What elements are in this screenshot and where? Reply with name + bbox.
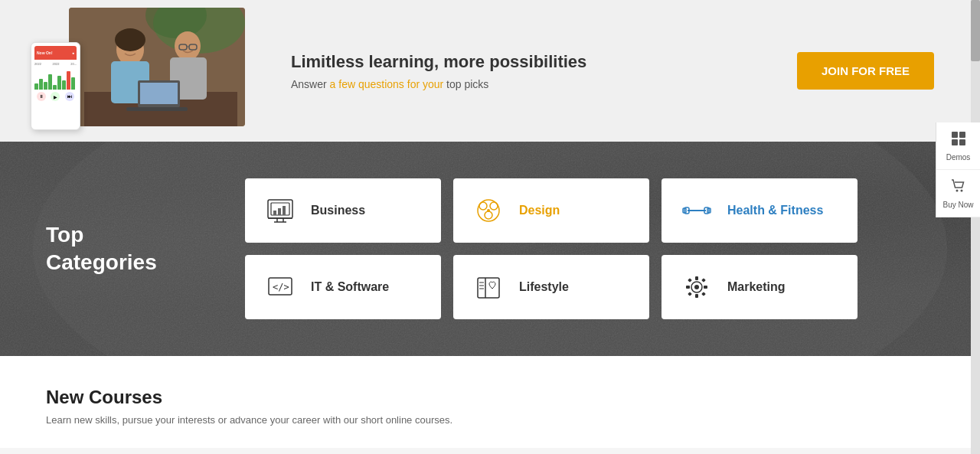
phone-mockup: Now On! ● 2022 2022 20... ⏸ ▶	[31, 42, 80, 130]
health-icon	[678, 192, 715, 229]
subtitle-highlight: a few questions for your	[330, 78, 444, 90]
design-label: Design	[519, 204, 560, 217]
business-icon	[262, 192, 299, 229]
lifestyle-label: Lifestyle	[519, 280, 569, 294]
svg-point-45	[694, 285, 699, 289]
category-card-marketing[interactable]: Marketing	[662, 255, 858, 319]
svg-rect-16	[126, 107, 188, 111]
marketing-icon	[678, 269, 715, 305]
svg-rect-57	[959, 139, 965, 145]
business-label: Business	[311, 204, 365, 217]
category-card-it[interactable]: </> IT & Software	[245, 255, 441, 319]
design-icon	[470, 192, 507, 229]
svg-point-58	[956, 190, 958, 192]
svg-rect-26	[283, 206, 286, 215]
buy-now-button[interactable]: Buy Now	[936, 170, 980, 217]
svg-point-29	[490, 202, 498, 210]
lifestyle-icon	[470, 269, 507, 305]
new-courses-desc: Learn new skills, pursue your interests …	[46, 414, 934, 426]
svg-rect-53	[701, 292, 706, 296]
svg-rect-54	[952, 132, 958, 138]
health-label: Health & Fitness	[727, 204, 823, 217]
svg-point-8	[115, 28, 145, 51]
svg-rect-50	[688, 278, 692, 283]
it-label: IT & Software	[311, 280, 389, 294]
banner-subtitle: Answer a few questions for your top pick…	[291, 78, 797, 90]
svg-rect-46	[695, 276, 698, 280]
category-card-design[interactable]: Design	[453, 178, 649, 243]
scrollbar-thumb[interactable]	[971, 0, 980, 61]
svg-rect-51	[701, 278, 706, 283]
svg-point-59	[960, 190, 962, 192]
svg-rect-49	[704, 286, 707, 289]
categories-grid: Business Design	[245, 178, 858, 319]
svg-rect-52	[688, 292, 692, 296]
svg-rect-24	[273, 211, 276, 215]
svg-rect-15	[140, 83, 178, 104]
svg-text:</>: </>	[273, 282, 289, 292]
buy-now-label: Buy Now	[942, 201, 973, 209]
banner-photo	[69, 8, 245, 126]
it-icon: </>	[262, 269, 299, 305]
top-banner: Now On! ● 2022 2022 20... ⏸ ▶	[0, 0, 980, 142]
bottom-section: New Courses Learn new skills, pursue you…	[0, 356, 980, 448]
demos-icon	[950, 130, 967, 151]
banner-text: Limitless learning, more possibilities A…	[245, 52, 797, 90]
scrollbar[interactable]	[971, 0, 980, 448]
category-card-business[interactable]: Business	[245, 178, 441, 243]
svg-rect-39	[478, 278, 499, 298]
right-sidebar: Demos Buy Now	[936, 122, 980, 217]
svg-rect-55	[959, 132, 965, 138]
banner-image-container: Now On! ● 2022 2022 20... ⏸ ▶	[31, 8, 245, 134]
category-card-health[interactable]: Health & Fitness	[662, 178, 858, 243]
svg-point-30	[485, 211, 492, 219]
demos-label: Demos	[946, 153, 971, 162]
svg-rect-48	[686, 286, 690, 289]
cart-icon	[950, 178, 967, 198]
categories-section: TopCategories Business	[0, 142, 980, 356]
join-free-button[interactable]: JOIN FOR FREE	[797, 52, 934, 90]
marketing-label: Marketing	[727, 280, 786, 294]
banner-title: Limitless learning, more possibilities	[291, 52, 797, 72]
svg-point-31	[487, 209, 490, 212]
demos-button[interactable]: Demos	[936, 122, 980, 170]
svg-point-28	[479, 202, 487, 210]
svg-rect-25	[278, 208, 281, 215]
category-card-lifestyle[interactable]: Lifestyle	[453, 255, 649, 319]
svg-rect-47	[695, 294, 698, 298]
section-title: TopCategories	[46, 221, 199, 277]
svg-rect-56	[952, 139, 958, 145]
new-courses-heading: New Courses	[46, 387, 934, 408]
